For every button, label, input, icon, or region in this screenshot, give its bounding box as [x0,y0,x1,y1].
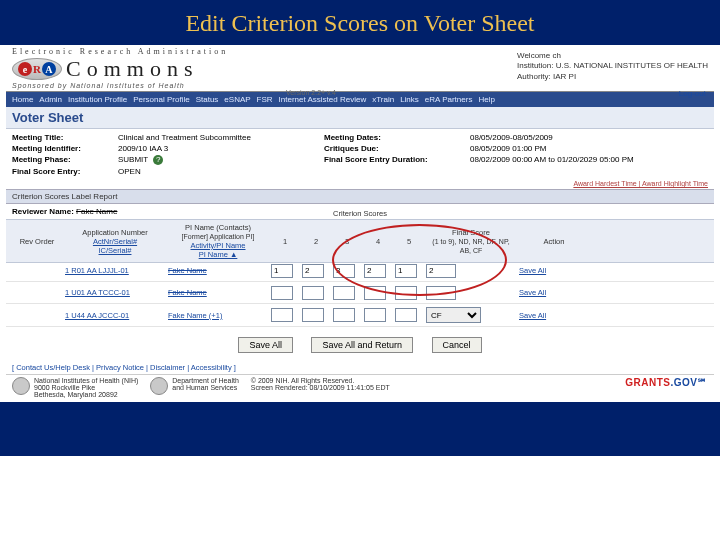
tab-criterion-report[interactable]: Criterion Scores Label Report [12,192,117,201]
sort-actnr[interactable]: ActNr/Serial# [65,237,165,246]
final-entry-label: Final Score Entry: [12,167,112,176]
hhs-seal-icon [150,377,168,395]
nav-item-era-partners[interactable]: eRA Partners [425,95,473,104]
nav-item-links[interactable]: Links [400,95,419,104]
pi-link[interactable]: Fake Name [168,266,207,275]
welcome-text: Welcome ch [517,51,708,61]
grants-gov-logo: GRANTS.GOV℠ [625,377,708,388]
nav-item-admin[interactable]: Admin [39,95,62,104]
nav-item-internet-assisted-review[interactable]: Internet Assisted Review [279,95,367,104]
nav-item-fsr[interactable]: FSR [257,95,273,104]
criterion-score-input-2[interactable] [302,308,324,322]
critiques-due-value: 08/05/2009 01:00 PM [470,144,670,153]
col-s5: 5 [395,237,423,246]
criterion-score-input-1[interactable] [271,264,293,278]
era-banner: Electronic Research Administration eRA C… [6,45,714,92]
criterion-score-input-5[interactable] [395,264,417,278]
app-link[interactable]: 1 U44 AA JCCC-01 [65,311,129,320]
institution-text: Institution: U.S. NATIONAL INSTITUTES OF… [517,61,708,71]
criterion-score-input-5[interactable] [395,308,417,322]
table-row: 1 U44 AA JCCC-01Fake Name (+1)CFSave All [6,304,714,327]
col-s2: 2 [302,237,330,246]
col-final: Final Score (1 to 9), ND, NR, DF, NP, AB… [426,228,516,255]
footer-bottom: National Institutes of Health (NIH) 9000… [6,374,714,402]
criterion-score-input-3[interactable] [333,308,355,322]
final-score-input[interactable] [426,286,456,300]
version-text: Version 2.2+ v.4 [286,89,336,96]
nav-item-esnap[interactable]: eSNAP [224,95,250,104]
criterion-score-input-1[interactable] [271,286,293,300]
meeting-id-label: Meeting Identifier: [12,144,112,153]
final-dur-value: 08/02/2009 00:00 AM to 01/20/2029 05:00 … [470,155,670,165]
col-rev-order: Rev Order [12,237,62,246]
expert-links[interactable]: Award Hardest Time | Award Highlight Tim… [6,180,714,189]
meeting-dates-value: 08/05/2009-08/05/2009 [470,133,670,142]
criterion-score-input-3[interactable] [333,264,355,278]
slide-footer [0,402,720,456]
meeting-id-value: 2009/10 IAA 3 [118,144,318,153]
meeting-phase-value: SUBMIT ? [118,155,318,165]
final-dur-label: Final Score Entry Duration: [324,155,464,165]
critiques-due-label: Critiques Due: [324,144,464,153]
criterion-score-input-2[interactable] [302,264,324,278]
sort-icserial[interactable]: IC/Serial# [65,246,165,255]
criterion-score-input-4[interactable] [364,308,386,322]
button-row: Save All Save All and Return Cancel [6,327,714,359]
app-link[interactable]: 1 U01 AA TCCC-01 [65,288,130,297]
page-title: Voter Sheet [6,107,714,129]
criterion-score-input-3[interactable] [333,286,355,300]
meeting-title-label: Meeting Title: [12,133,112,142]
meeting-dates-label: Meeting Dates: [324,133,464,142]
slide-title: Edit Criterion Scores on Voter Sheet [0,10,720,37]
era-oval-icon: eRA [12,58,62,80]
footer-nih: National Institutes of Health (NIH) 9000… [12,377,138,398]
cancel-button[interactable]: Cancel [432,337,482,353]
nav-item-xtrain[interactable]: xTrain [372,95,394,104]
save-all-link[interactable]: Save All [519,266,546,275]
criterion-score-input-4[interactable] [364,264,386,278]
save-all-button[interactable]: Save All [238,337,293,353]
meeting-meta: Meeting Title: Clinical and Treatment Su… [6,129,714,180]
meeting-title-value: Clinical and Treatment Subcommittee [118,133,318,142]
nav-item-institution-profile[interactable]: Institution Profile [68,95,127,104]
logout-link[interactable]: Log-out [679,89,706,98]
main-nav: HomeAdminInstitution ProfilePersonal Pro… [6,92,714,107]
nav-item-help[interactable]: Help [478,95,494,104]
save-all-link[interactable]: Save All [519,311,546,320]
save-all-link[interactable]: Save All [519,288,546,297]
slide-title-bar: Edit Criterion Scores on Voter Sheet [0,0,720,45]
table-row: 1 U01 AA TCCC-01Fake NameSave All [6,282,714,304]
tagline: Electronic Research Administration [12,47,228,56]
commons-wordmark: Commons [66,56,198,82]
final-score-input[interactable] [426,264,456,278]
sort-pi-name[interactable]: PI Name ▲ [168,250,268,259]
nav-item-personal-profile[interactable]: Personal Profile [133,95,189,104]
nav-item-home[interactable]: Home [12,95,33,104]
footer-copyright: © 2009 NIH. All Rights Reserved. Screen … [251,377,390,391]
footer-links[interactable]: [ Contact Us/Help Desk | Privacy Notice … [6,359,714,374]
criterion-score-input-4[interactable] [364,286,386,300]
reviewer-name: Fake Name [76,207,117,216]
criterion-score-input-5[interactable] [395,286,417,300]
pi-link[interactable]: Fake Name [168,288,207,297]
tab-bar: Criterion Scores Label Report [6,189,714,204]
user-info: Welcome ch Institution: U.S. NATIONAL IN… [517,47,708,82]
criterion-score-input-2[interactable] [302,286,324,300]
help-icon[interactable]: ? [153,155,163,165]
sort-activity-pi[interactable]: Activity/PI Name [168,241,268,250]
nav-item-status[interactable]: Status [196,95,219,104]
reviewer-label: Reviewer Name: [12,207,74,216]
pi-link[interactable]: Fake Name (+1) [168,311,222,320]
nih-seal-icon [12,377,30,395]
era-logo: Electronic Research Administration eRA C… [12,47,228,89]
final-score-select[interactable]: CF [426,307,481,323]
meeting-phase-label: Meeting Phase: [12,155,112,165]
col-s4: 4 [364,237,392,246]
sponsor-line: Sponsored by National Institutes of Heal… [12,82,228,89]
save-return-button[interactable]: Save All and Return [311,337,413,353]
criterion-score-input-1[interactable] [271,308,293,322]
app-link[interactable]: 1 R01 AA LJJJL-01 [65,266,129,275]
col-action: Action [519,237,589,246]
col-pi: PI Name (Contacts) [Former] Application … [168,223,268,259]
col-s1: 1 [271,237,299,246]
